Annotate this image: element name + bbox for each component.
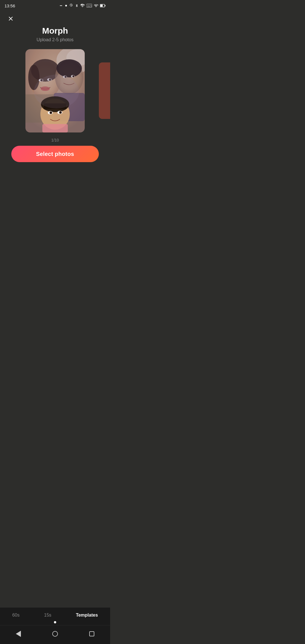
photo-card-side — [99, 62, 110, 119]
carousel-pagination: 1/10 — [0, 138, 110, 142]
svg-rect-8 — [100, 5, 103, 7]
svg-point-34 — [50, 111, 52, 114]
photo-carousel[interactable] — [0, 47, 110, 134]
svg-rect-7 — [105, 5, 106, 6]
svg-text:VoLTE: VoLTE — [87, 5, 92, 7]
header: Morph Upload 2-5 photos — [0, 10, 110, 47]
close-button[interactable] — [6, 14, 16, 24]
alarm-icon — [69, 3, 73, 8]
svg-point-2 — [61, 5, 62, 6]
page-title: Morph — [0, 26, 110, 36]
lte-icon: VoLTE — [86, 3, 92, 8]
morph-scene — [25, 49, 85, 132]
svg-point-0 — [60, 5, 61, 6]
page-subtitle: Upload 2-5 photos — [0, 37, 110, 42]
wifi-icon — [80, 3, 85, 8]
content-area: 1/10 Select photos — [0, 47, 110, 203]
status-time: 13:56 — [5, 3, 15, 8]
status-bar: 13:56 VoLTE — [0, 0, 110, 10]
svg-point-1 — [61, 5, 62, 6]
close-icon — [7, 15, 14, 22]
photo-card-main[interactable] — [25, 49, 85, 132]
dot-icon — [65, 5, 67, 7]
bluetooth-icon — [75, 3, 79, 8]
svg-point-35 — [59, 111, 62, 114]
status-icons: VoLTE — [59, 3, 106, 8]
select-photos-button[interactable]: Select photos — [11, 146, 99, 162]
morph-photo — [25, 49, 85, 132]
svg-rect-36 — [42, 124, 68, 132]
svg-point-37 — [34, 75, 79, 108]
assistant-icon — [59, 3, 63, 8]
svg-point-3 — [65, 5, 67, 6]
battery-icon — [100, 4, 106, 8]
signal-icon — [94, 3, 98, 8]
